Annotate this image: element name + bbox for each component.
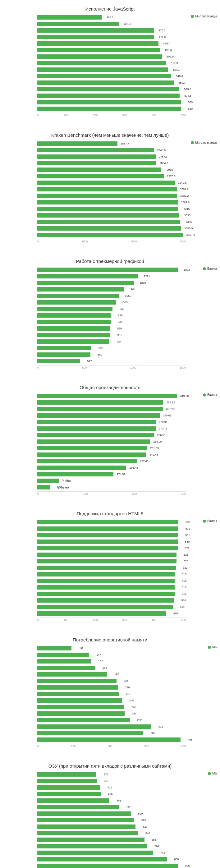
bar-wrap: 3240.6 — [37, 181, 186, 185]
bar-value-label: 249.48 — [150, 453, 158, 456]
bar-fill: 287.28 — [37, 407, 163, 411]
bar-value-label: 580 — [188, 107, 193, 110]
bar-value-label: 495.3 — [165, 49, 172, 52]
bar-fill: 518 — [37, 572, 175, 577]
legend-html5: Баллы — [203, 519, 217, 523]
bar-fill: 742 — [37, 850, 153, 855]
bar-fill: 378 — [37, 772, 96, 777]
bar-row: Edge532 — [37, 526, 186, 531]
bar-row: UC Browser2978.8 — [37, 174, 186, 179]
bar-value-label: 620 — [142, 818, 146, 822]
app: Исполнение JavaScriptМиллисекундыPuffin2… — [0, 3, 220, 868]
bar-value-label: 629 — [143, 825, 147, 828]
bar-value-label: 198 — [114, 673, 119, 676]
legend-label: Миллисекунды — [195, 14, 217, 18]
bar-wrap: 550.7 — [37, 81, 186, 85]
bar-row: Kiwi742 — [37, 850, 186, 856]
bar-row: Samsung Browser246 — [37, 704, 186, 710]
bar-fill: 1104 — [37, 287, 124, 291]
bar-wrap: 224 — [37, 679, 186, 683]
bar-wrap: 147 — [37, 653, 186, 657]
bar-row: Edge300 — [37, 730, 186, 736]
bar-wrap: 2804.6 — [37, 161, 186, 165]
title-overall: Общая производительность — [3, 385, 217, 390]
axis-line — [37, 239, 186, 239]
bar-row: Puffin1887.7 — [37, 141, 186, 146]
bar-fill: 381 — [37, 779, 97, 783]
bar-wrap: 3330 — [37, 213, 186, 218]
bar-wrap: 3289.2 — [37, 194, 186, 198]
bar-wrap: 470.1 — [37, 28, 186, 33]
bar-row: Via381 — [37, 778, 186, 784]
bar-fill: 3240.6 — [37, 181, 175, 185]
bar-row: Mozilla Firefox203.46 — [37, 465, 186, 470]
bar-wrap: 525 — [37, 805, 186, 809]
section-3d: Работа с трёхмерной графикойБаллыPuffin1… — [0, 255, 220, 372]
bar-value-label: 900 — [185, 864, 190, 867]
bar-wrap: 246 — [37, 705, 186, 709]
bar-fill: 270.73 — [37, 426, 156, 431]
bar-fill: 516 — [37, 598, 174, 602]
bar-row: Ghostery511 — [37, 604, 186, 610]
bar-wrap: 249.48 — [37, 453, 186, 457]
bar-fill: 231 — [37, 692, 119, 696]
bar-value-label: 2745.6 — [157, 149, 166, 152]
bar-wrap: 198 — [37, 672, 186, 677]
bar-wrap: 518 — [37, 585, 186, 590]
bar-row: Opera963 — [37, 306, 186, 312]
bar-row: Puffin198 — [37, 672, 186, 677]
bar-value-label: 3316 — [184, 207, 190, 210]
axis-label: 100 — [83, 492, 88, 495]
bar-fill: 164 — [37, 666, 95, 670]
axis-labels: 050010001500 — [37, 366, 186, 369]
bar-wrap: 461 — [37, 798, 186, 803]
bar-value-label: 486 — [174, 612, 178, 615]
bar-wrap: 525 — [37, 559, 186, 563]
bar-row: Puffin525 — [37, 558, 186, 564]
bar-fill: 518 — [37, 585, 175, 590]
bar-row: Via3365 — [37, 219, 186, 225]
bar-row: Яндекс Браузер495.3 — [37, 47, 186, 53]
bar-wrap: 547 — [37, 359, 186, 363]
bar-fill: 620 — [37, 818, 134, 822]
bar-value-label: 924 — [117, 340, 121, 343]
bar-row: UC Browser486 — [37, 611, 186, 616]
bar-value-label: 518 — [182, 579, 186, 582]
bar-wrap: 573.6 — [37, 87, 186, 91]
title-ram5tabs: ОЗУ (при открытии пяти вкладок с различн… — [3, 763, 217, 769]
bar-value-label: 266.51 — [157, 434, 166, 437]
axis-line — [37, 491, 186, 492]
bar-fill: 680 — [37, 352, 90, 357]
bar-row: Naked378 — [37, 772, 186, 777]
axis-label: 2000 — [130, 240, 137, 243]
bar-row: Ghostery240 — [37, 698, 186, 703]
bar-row: Naked147 — [37, 652, 186, 658]
legend-dot — [191, 141, 194, 144]
section-overall: Общая производительностьБаллыGoogle Chro… — [0, 382, 220, 498]
axis-label: 400 — [181, 745, 186, 748]
axis-label: 200 — [93, 114, 98, 117]
bar-wrap: 685 — [37, 838, 186, 842]
bar-row: Brave270.91 — [37, 419, 186, 425]
bar-wrap: 381 — [37, 779, 186, 783]
bar-row: Brave929 — [37, 326, 186, 331]
bar-row: Opera288.12 — [37, 400, 186, 405]
bar-row: Ghostery489.4 — [37, 41, 186, 46]
bar-value-label: 224 — [124, 679, 128, 682]
bar-row: DuckDuckGo97 — [37, 646, 186, 651]
bar-fill: 525 — [37, 553, 177, 557]
bar-wrap: 1238 — [37, 281, 186, 285]
axis-label: 0 — [37, 366, 39, 369]
bar-fill: 2804.6 — [37, 161, 156, 165]
bar-row: DuckDuckGo580 — [37, 99, 186, 105]
legend-label: Баллы — [207, 267, 217, 270]
legend-label: МБ — [212, 772, 217, 775]
title-ram: Потребление оперативной памяти — [3, 637, 217, 642]
bar-fill: 247 — [37, 711, 125, 716]
bar-value-label: 704 — [154, 845, 159, 848]
title-html5: Поддержка стандартов HTML5 — [3, 511, 217, 516]
bar-value-label: 2787.3 — [159, 155, 167, 158]
axis-label: 100 — [64, 618, 68, 622]
bar-row: Brave531 — [37, 532, 186, 538]
bar-wrap: 527.2 — [37, 67, 186, 72]
